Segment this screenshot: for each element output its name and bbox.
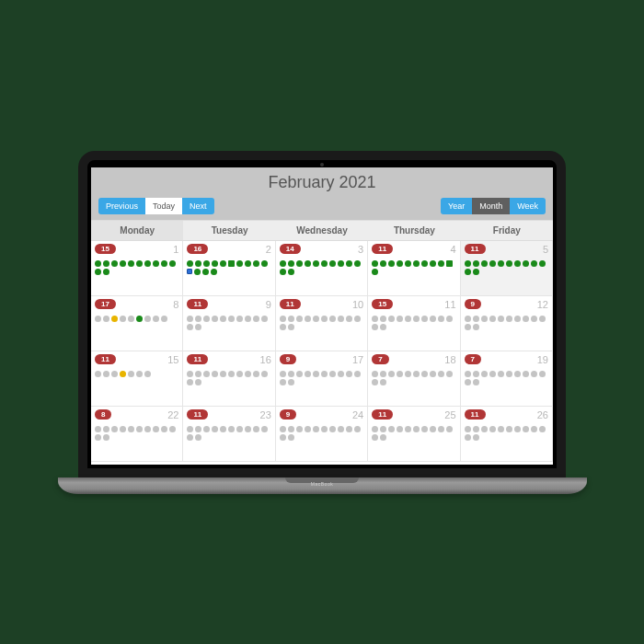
slot-dot[interactable] [187, 260, 193, 267]
slot-dot[interactable] [203, 426, 210, 432]
slot-dot[interactable] [288, 426, 294, 432]
slot-dot[interactable] [144, 371, 151, 377]
slot-dot[interactable] [465, 426, 471, 432]
slot-dot[interactable] [372, 269, 378, 275]
slot-dot[interactable] [95, 260, 101, 267]
calendar-cell[interactable]: 1125 [368, 407, 460, 462]
slot-dot[interactable] [380, 426, 386, 432]
slot-dot[interactable] [372, 379, 378, 385]
slot-dot[interactable] [187, 426, 193, 432]
slot-dot[interactable] [438, 316, 444, 322]
slot-dot[interactable] [438, 260, 444, 267]
slot-dot[interactable] [346, 260, 352, 267]
calendar-cell[interactable]: 924 [276, 407, 368, 462]
slot-dot[interactable] [288, 260, 294, 267]
slot-dot[interactable] [405, 260, 411, 267]
slot-dot[interactable] [120, 316, 126, 322]
slot-dot[interactable] [280, 324, 286, 330]
slot-dot[interactable] [161, 426, 167, 432]
calendar-cell[interactable]: 1123 [183, 407, 275, 462]
next-button[interactable]: Next [182, 198, 214, 214]
slot-dot[interactable] [236, 260, 243, 267]
slot-dot[interactable] [153, 316, 159, 322]
slot-dot[interactable] [111, 426, 118, 432]
slot-dot[interactable] [245, 426, 251, 432]
slot-dot[interactable] [212, 260, 218, 267]
slot-dot[interactable] [473, 324, 479, 330]
slot-dot[interactable] [187, 269, 192, 274]
slot-dot[interactable] [280, 316, 286, 322]
slot-dot[interactable] [481, 260, 488, 267]
calendar-cell[interactable]: 718 [368, 351, 460, 407]
slot-dot[interactable] [187, 379, 193, 385]
slot-dot[interactable] [523, 426, 529, 432]
slot-dot[interactable] [313, 316, 319, 322]
slot-dot[interactable] [397, 316, 403, 322]
calendar-cell[interactable]: 1511 [368, 296, 460, 351]
slot-dot[interactable] [288, 371, 294, 377]
slot-dot[interactable] [153, 260, 159, 267]
slot-dot[interactable] [539, 426, 546, 432]
slot-dot[interactable] [95, 269, 101, 275]
slot-dot[interactable] [236, 426, 243, 432]
slot-dot[interactable] [421, 260, 428, 267]
month-view-button[interactable]: Month [472, 198, 510, 214]
slot-dot[interactable] [473, 379, 479, 385]
slot-dot[interactable] [329, 316, 336, 322]
slot-dot[interactable] [372, 434, 378, 441]
calendar-cell[interactable]: 1116 [183, 351, 275, 407]
slot-dot[interactable] [321, 426, 328, 432]
slot-dot[interactable] [473, 434, 479, 441]
slot-dot[interactable] [473, 269, 479, 275]
slot-dot[interactable] [280, 426, 286, 432]
slot-dot[interactable] [169, 426, 176, 432]
slot-dot[interactable] [280, 371, 286, 377]
slot-dot[interactable] [338, 426, 344, 432]
slot-dot[interactable] [313, 371, 319, 377]
slot-dot[interactable] [421, 426, 428, 432]
slot-dot[interactable] [111, 371, 118, 377]
slot-dot[interactable] [288, 316, 294, 322]
slot-dot[interactable] [169, 260, 176, 267]
slot-dot[interactable] [136, 426, 143, 432]
slot-dot[interactable] [430, 260, 436, 267]
slot-dot[interactable] [321, 316, 328, 322]
slot-dot[interactable] [380, 260, 386, 267]
slot-dot[interactable] [539, 316, 546, 322]
slot-dot[interactable] [103, 434, 109, 441]
week-view-button[interactable]: Week [510, 198, 546, 214]
slot-dot[interactable] [481, 426, 488, 432]
slot-dot[interactable] [388, 426, 395, 432]
slot-dot[interactable] [465, 269, 471, 275]
calendar-cell[interactable]: 143 [276, 241, 368, 296]
slot-dot[interactable] [380, 434, 386, 441]
calendar-cell[interactable]: 162 [183, 241, 275, 296]
slot-dot[interactable] [195, 316, 201, 322]
slot-dot[interactable] [489, 316, 496, 322]
slot-dot[interactable] [372, 371, 378, 377]
slot-dot[interactable] [111, 260, 118, 267]
slot-dot[interactable] [195, 426, 201, 432]
slot-dot[interactable] [103, 426, 109, 432]
slot-dot[interactable] [296, 316, 303, 322]
slot-dot[interactable] [261, 371, 268, 377]
slot-dot[interactable] [120, 371, 126, 377]
slot-dot[interactable] [413, 371, 420, 377]
slot-dot[interactable] [195, 260, 201, 267]
slot-dot[interactable] [228, 316, 235, 322]
slot-dot[interactable] [329, 426, 336, 432]
slot-dot[interactable] [506, 260, 512, 267]
slot-dot[interactable] [405, 426, 411, 432]
calendar-cell[interactable]: 115 [461, 241, 553, 296]
slot-dot[interactable] [531, 371, 537, 377]
slot-dot[interactable] [465, 379, 471, 385]
slot-dot[interactable] [421, 371, 428, 377]
slot-dot[interactable] [514, 260, 521, 267]
slot-dot[interactable] [296, 371, 303, 377]
slot-dot[interactable] [506, 316, 512, 322]
slot-dot[interactable] [212, 371, 218, 377]
slot-dot[interactable] [446, 426, 453, 432]
slot-dot[interactable] [388, 371, 395, 377]
slot-dot[interactable] [397, 426, 403, 432]
slot-dot[interactable] [539, 260, 546, 267]
